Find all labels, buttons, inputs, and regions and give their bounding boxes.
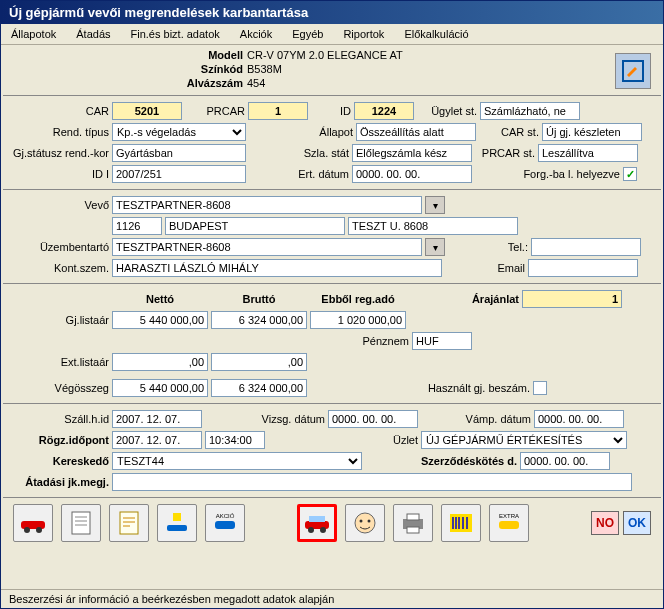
menubar: Állapotok Átadás Fin.és bizt. adatok Akc…	[1, 24, 663, 45]
gj-brutto-field[interactable]: 6 324 000,00	[211, 311, 307, 329]
menu-elokalk[interactable]: Előkalkuláció	[398, 26, 474, 42]
modell-label: Modell	[173, 49, 243, 61]
vevo-name-field[interactable]: TESZTPARTNER-8608	[112, 196, 422, 214]
rendtip-select[interactable]: Kp.-s végeladás	[112, 123, 246, 141]
atad-field[interactable]	[112, 473, 632, 491]
gjstat-field[interactable]: Gyártásban	[112, 144, 246, 162]
tel-field[interactable]	[531, 238, 641, 256]
toolbar: AKCIÓ EXTRA NO OK	[3, 500, 661, 546]
ugylet-field[interactable]: Számlázható, ne	[480, 102, 580, 120]
veg-brutto-field[interactable]: 6 324 000,00	[211, 379, 307, 397]
rogz-date-field[interactable]: 2007. 12. 07.	[112, 431, 202, 449]
arajanlat-field[interactable]: 1	[522, 290, 622, 308]
statusbar: Beszerzési ár információ a beérkezésben …	[1, 589, 663, 608]
extra-icon[interactable]: EXTRA	[489, 504, 529, 542]
rogz-time-field[interactable]: 10:34:00	[205, 431, 265, 449]
keresk-select[interactable]: TESZT44	[112, 452, 362, 470]
order-icon[interactable]	[109, 504, 149, 542]
menu-akciok[interactable]: Akciók	[234, 26, 278, 42]
svg-text:AKCIÓ: AKCIÓ	[216, 513, 235, 519]
car-field[interactable]: 5201	[112, 102, 182, 120]
idi-field[interactable]: 2007/251	[112, 165, 246, 183]
kont-label: Kont.szem.	[9, 262, 109, 274]
vevo-addr-field[interactable]: TESZT U. 8608	[348, 217, 518, 235]
veg-netto-field[interactable]: 5 440 000,00	[112, 379, 208, 397]
penznem-label: Pénznem	[9, 335, 409, 347]
vevo-zip-field[interactable]: 1126	[112, 217, 162, 235]
keresk-label: Kereskedő	[9, 455, 109, 467]
ext-brutto-field[interactable]: ,00	[211, 353, 307, 371]
vevo-lookup-button[interactable]: ▾	[425, 196, 445, 214]
vamp-label: Vámp. dátum	[421, 413, 531, 425]
svg-rect-21	[407, 514, 419, 520]
carst-label: CAR st.	[479, 126, 539, 138]
uzlet-label: Üzlet	[268, 434, 418, 446]
svg-point-15	[308, 527, 314, 533]
szall-label: Száll.h.id	[9, 413, 109, 425]
ertdat-field[interactable]: 0000. 00. 00.	[352, 165, 472, 183]
svg-rect-10	[167, 525, 187, 531]
uzem-lookup-button[interactable]: ▾	[425, 238, 445, 256]
svg-rect-29	[499, 521, 519, 529]
email-label: Email	[445, 262, 525, 274]
printer-icon[interactable]	[393, 504, 433, 542]
svg-point-2	[24, 527, 30, 533]
forg-label: Forg.-ba l. helyezve	[475, 168, 620, 180]
carst-field[interactable]: Új gj. készleten	[542, 123, 642, 141]
car-red-icon[interactable]	[13, 504, 53, 542]
vevo-city-field[interactable]: BUDAPEST	[165, 217, 345, 235]
alvazszam-label: Alvázszám	[173, 77, 243, 89]
face-icon[interactable]	[345, 504, 385, 542]
atad-label: Átadási jk.megj.	[9, 476, 109, 488]
menu-atadas[interactable]: Átadás	[70, 26, 116, 42]
prcarst-field[interactable]: Leszállítva	[538, 144, 638, 162]
ok-button[interactable]: OK	[623, 511, 651, 535]
gj-regado-field[interactable]: 1 020 000,00	[310, 311, 406, 329]
vizsg-label: Vizsg. dátum	[205, 413, 325, 425]
hasznalt-checkbox[interactable]	[533, 381, 547, 395]
extlista-label: Ext.listaár	[9, 356, 109, 368]
ext-netto-field[interactable]: ,00	[112, 353, 208, 371]
email-field[interactable]	[528, 259, 638, 277]
menu-fin[interactable]: Fin.és bizt. adatok	[125, 26, 226, 42]
edit-icon[interactable]	[615, 53, 651, 89]
uzlet-select[interactable]: ÚJ GÉPJÁRMŰ ÉRTÉKESÍTÉS	[421, 431, 627, 449]
svg-point-18	[360, 520, 363, 523]
tel-label: Tel.:	[448, 241, 528, 253]
vamp-field[interactable]: 0000. 00. 00.	[534, 410, 624, 428]
svg-rect-9	[173, 513, 181, 521]
penznem-field[interactable]: HUF	[412, 332, 472, 350]
alvazszam-value: 454	[247, 77, 265, 89]
akcio-icon[interactable]: AKCIÓ	[205, 504, 245, 542]
gj-netto-field[interactable]: 5 440 000,00	[112, 311, 208, 329]
menu-egyeb[interactable]: Egyéb	[286, 26, 329, 42]
menu-riportok[interactable]: Riportok	[337, 26, 390, 42]
svg-text:EXTRA: EXTRA	[499, 513, 519, 519]
uzem-name-field[interactable]: TESZTPARTNER-8608	[112, 238, 422, 256]
vizsg-field[interactable]: 0000. 00. 00.	[328, 410, 418, 428]
svg-rect-1	[21, 521, 45, 529]
szerz-label: Szerződéskötés d.	[365, 455, 517, 467]
menu-allapotok[interactable]: Állapotok	[5, 26, 62, 42]
idi-label: ID I	[9, 168, 109, 180]
no-button[interactable]: NO	[591, 511, 619, 535]
rogz-label: Rögz.időpont	[9, 434, 109, 446]
kont-name-field[interactable]: HARASZTI LÁSZLÓ MIHÁLY	[112, 259, 442, 277]
forg-checkbox[interactable]: ✓	[623, 167, 637, 181]
id-field[interactable]: 1224	[354, 102, 414, 120]
szinkod-value: B538M	[247, 63, 282, 75]
modell-value: CR-V 07YM 2.0 ELEGANCE AT	[247, 49, 403, 61]
svg-rect-22	[407, 527, 419, 533]
document-icon[interactable]	[61, 504, 101, 542]
szlastat-field[interactable]: Előlegszámla kész	[352, 144, 472, 162]
car-lift-icon[interactable]	[157, 504, 197, 542]
svg-point-16	[320, 527, 326, 533]
szerz-field[interactable]: 0000. 00. 00.	[520, 452, 610, 470]
barcode-icon[interactable]	[441, 504, 481, 542]
allapot-field[interactable]: Összeállítás alatt	[356, 123, 476, 141]
uzem-label: Üzembentartó	[9, 241, 109, 253]
car-main-icon[interactable]	[297, 504, 337, 542]
prcar-label: PRCAR	[185, 105, 245, 117]
szall-field[interactable]: 2007. 12. 07.	[112, 410, 202, 428]
prcar-field[interactable]: 1	[248, 102, 308, 120]
